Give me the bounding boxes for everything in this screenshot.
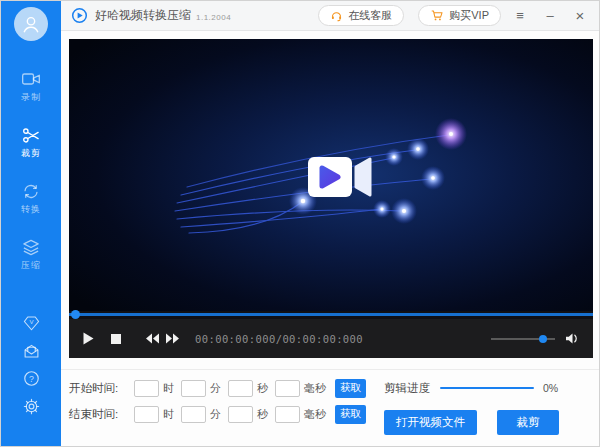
app-logo-icon xyxy=(71,7,88,24)
seek-handle[interactable] xyxy=(71,310,80,319)
titlebar: 好哈视频转换压缩 1.1.2004 在线客服 购买VIP ≡ – × xyxy=(61,1,600,31)
end-minute-input[interactable] xyxy=(181,406,206,423)
start-millisecond-input[interactable] xyxy=(275,380,300,397)
clip-time-panel: 开始时间: 时 分 秒 毫秒 获取 结束时间: 时 分 秒 毫秒 xyxy=(69,379,366,431)
convert-arrows-icon xyxy=(21,181,41,201)
app-title: 好哈视频转换压缩 xyxy=(95,7,191,24)
minute-unit-label: 分 xyxy=(210,381,221,396)
second-unit-label: 秒 xyxy=(257,381,268,396)
settings-gear-icon[interactable] xyxy=(21,397,41,416)
start-time-label: 开始时间: xyxy=(69,381,127,396)
action-buttons-row: 打开视频文件 裁剪 xyxy=(384,410,559,435)
clip-progress-label: 剪辑进度 xyxy=(384,381,430,396)
rewind-button[interactable] xyxy=(146,333,159,344)
sidebar-item-compress[interactable]: 压缩 xyxy=(1,235,61,274)
svg-text:V: V xyxy=(29,319,33,325)
play-button[interactable] xyxy=(82,332,94,345)
player-controls: 00:00:00:000/00:00:00:000 xyxy=(69,319,593,358)
user-icon xyxy=(20,13,42,35)
end-time-row: 结束时间: 时 分 秒 毫秒 获取 xyxy=(69,405,366,423)
volume-handle[interactable] xyxy=(539,335,547,343)
record-camera-icon xyxy=(21,69,41,89)
video-preview[interactable] xyxy=(69,39,593,311)
get-end-time-button[interactable]: 获取 xyxy=(335,405,366,424)
video-preview-image xyxy=(69,39,593,311)
svg-text:?: ? xyxy=(29,374,34,384)
clip-action-panel: 剪辑进度 0% 打开视频文件 裁剪 xyxy=(384,381,559,435)
sidebar-nav: 录制 裁剪 xyxy=(1,67,61,291)
support-button-label: 在线客服 xyxy=(348,8,392,23)
sidebar-item-label: 录制 xyxy=(21,91,41,104)
seek-bar[interactable] xyxy=(69,311,593,319)
help-icon[interactable]: ? xyxy=(21,369,41,388)
open-video-file-button[interactable]: 打开视频文件 xyxy=(384,410,477,435)
sidebar-item-label: 压缩 xyxy=(21,259,41,272)
sidebar: 录制 裁剪 xyxy=(1,1,61,447)
app-version: 1.1.2004 xyxy=(196,13,231,22)
sidebar-item-label: 转换 xyxy=(21,203,41,216)
clip-progress-bar xyxy=(440,387,534,389)
scissors-icon xyxy=(21,125,41,145)
stop-button[interactable] xyxy=(111,334,121,344)
app-window: 录制 裁剪 xyxy=(0,0,600,447)
fast-forward-button[interactable] xyxy=(166,333,179,344)
trim-button[interactable]: 裁剪 xyxy=(497,410,559,435)
sidebar-item-convert[interactable]: 转换 xyxy=(1,179,61,218)
vip-diamond-icon[interactable]: V xyxy=(21,313,41,332)
sidebar-item-trim[interactable]: 裁剪 xyxy=(1,123,61,162)
get-start-time-button[interactable]: 获取 xyxy=(335,379,366,398)
minute-unit-label: 分 xyxy=(210,407,221,422)
volume-icon[interactable] xyxy=(565,332,580,345)
cart-icon xyxy=(430,9,444,22)
millisecond-unit-label: 毫秒 xyxy=(304,381,326,396)
sidebar-item-record[interactable]: 录制 xyxy=(1,67,61,106)
buy-vip-button[interactable]: 购买VIP xyxy=(418,5,501,26)
main-content: 00:00:00:000/00:00:00:000 xyxy=(61,31,600,447)
clip-progress-value: 0% xyxy=(543,382,558,394)
avatar[interactable] xyxy=(14,7,48,41)
headset-icon xyxy=(330,9,343,22)
menu-button[interactable]: ≡ xyxy=(509,5,531,27)
end-hour-input[interactable] xyxy=(134,406,159,423)
sidebar-tools: V ? xyxy=(21,313,41,447)
sidebar-item-label: 裁剪 xyxy=(21,147,41,160)
end-time-label: 结束时间: xyxy=(69,407,127,422)
panel-divider xyxy=(61,369,600,370)
start-time-row: 开始时间: 时 分 秒 毫秒 获取 xyxy=(69,379,366,397)
end-millisecond-input[interactable] xyxy=(275,406,300,423)
seek-track[interactable] xyxy=(69,313,593,316)
layers-icon xyxy=(21,237,41,257)
hour-unit-label: 时 xyxy=(163,381,174,396)
second-unit-label: 秒 xyxy=(257,407,268,422)
buy-vip-button-label: 购买VIP xyxy=(449,8,489,23)
video-player: 00:00:00:000/00:00:00:000 xyxy=(69,39,593,358)
clip-progress-row: 剪辑进度 0% xyxy=(384,381,559,395)
minimize-button[interactable]: – xyxy=(539,5,561,27)
millisecond-unit-label: 毫秒 xyxy=(304,407,326,422)
support-button[interactable]: 在线客服 xyxy=(318,5,404,26)
end-second-input[interactable] xyxy=(228,406,253,423)
time-display: 00:00:00:000/00:00:00:000 xyxy=(195,333,363,345)
volume-group xyxy=(491,332,580,345)
volume-slider[interactable] xyxy=(491,338,555,340)
mail-icon[interactable] xyxy=(21,341,41,360)
start-hour-input[interactable] xyxy=(134,380,159,397)
play-overlay-icon[interactable] xyxy=(308,157,370,197)
close-button[interactable]: × xyxy=(569,5,591,27)
start-second-input[interactable] xyxy=(228,380,253,397)
hour-unit-label: 时 xyxy=(163,407,174,422)
start-minute-input[interactable] xyxy=(181,380,206,397)
